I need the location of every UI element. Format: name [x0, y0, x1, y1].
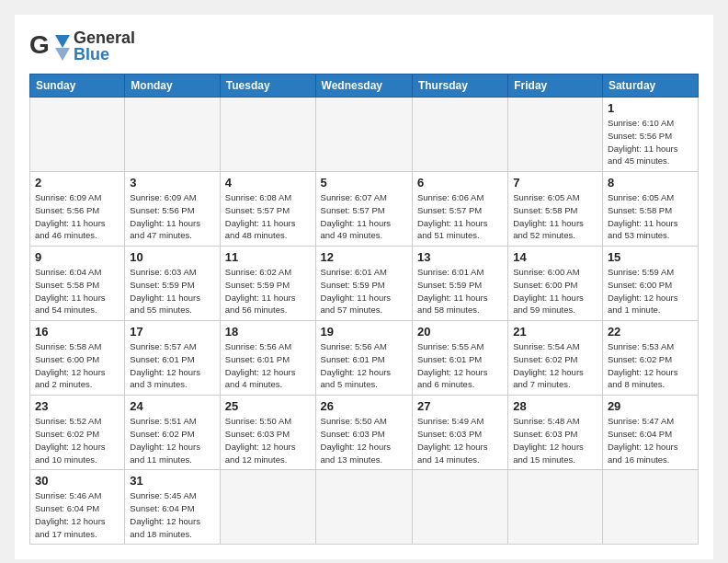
calendar-cell: 18Sunrise: 5:56 AM Sunset: 6:01 PM Dayli… [220, 321, 315, 396]
calendar-cell: 7Sunrise: 6:05 AM Sunset: 5:58 PM Daylig… [508, 172, 603, 247]
calendar-cell [508, 98, 603, 172]
day-info: Sunrise: 5:50 AM Sunset: 6:03 PM Dayligh… [321, 415, 407, 465]
day-number: 30 [35, 474, 119, 488]
day-number: 19 [321, 325, 407, 339]
calendar-cell: 25Sunrise: 5:50 AM Sunset: 6:03 PM Dayli… [220, 396, 315, 470]
day-info: Sunrise: 5:54 AM Sunset: 6:02 PM Dayligh… [513, 340, 597, 391]
day-number: 7 [513, 176, 597, 190]
day-number: 17 [130, 325, 215, 339]
day-number: 8 [608, 176, 693, 190]
calendar-header-row: SundayMondayTuesdayWednesdayThursdayFrid… [30, 75, 699, 98]
day-info: Sunrise: 6:07 AM Sunset: 5:57 PM Dayligh… [321, 191, 407, 242]
logo: G General Blue [29, 29, 135, 63]
calendar-cell: 27Sunrise: 5:49 AM Sunset: 6:03 PM Dayli… [412, 396, 507, 470]
day-number: 22 [608, 325, 693, 339]
calendar-day-header: Friday [508, 75, 603, 98]
day-number: 25 [225, 399, 311, 413]
day-number: 1 [608, 101, 693, 115]
calendar-cell: 5Sunrise: 6:07 AM Sunset: 5:57 PM Daylig… [315, 172, 412, 247]
day-number: 3 [130, 176, 215, 190]
calendar-cell: 8Sunrise: 6:05 AM Sunset: 5:58 PM Daylig… [602, 172, 698, 247]
svg-marker-2 [55, 48, 70, 61]
day-info: Sunrise: 5:46 AM Sunset: 6:04 PM Dayligh… [35, 489, 119, 540]
calendar-day-header: Monday [125, 75, 221, 98]
calendar-cell: 30Sunrise: 5:46 AM Sunset: 6:04 PM Dayli… [30, 470, 125, 545]
day-info: Sunrise: 5:59 AM Sunset: 6:00 PM Dayligh… [608, 266, 693, 316]
day-info: Sunrise: 6:06 AM Sunset: 5:57 PM Dayligh… [417, 191, 503, 242]
calendar-cell [315, 470, 412, 545]
calendar-cell: 23Sunrise: 5:52 AM Sunset: 6:02 PM Dayli… [30, 396, 125, 470]
day-info: Sunrise: 5:52 AM Sunset: 6:02 PM Dayligh… [35, 415, 119, 465]
day-number: 9 [35, 250, 119, 264]
svg-text:G: G [29, 30, 50, 59]
day-number: 26 [321, 399, 407, 413]
day-number: 24 [130, 399, 215, 413]
calendar-cell: 21Sunrise: 5:54 AM Sunset: 6:02 PM Dayli… [508, 321, 603, 396]
calendar-week-row: 23Sunrise: 5:52 AM Sunset: 6:02 PM Dayli… [30, 396, 699, 470]
day-info: Sunrise: 5:47 AM Sunset: 6:04 PM Dayligh… [608, 415, 693, 465]
day-info: Sunrise: 6:05 AM Sunset: 5:58 PM Dayligh… [513, 191, 597, 242]
day-info: Sunrise: 5:58 AM Sunset: 6:00 PM Dayligh… [35, 340, 119, 391]
calendar-cell: 9Sunrise: 6:04 AM Sunset: 5:58 PM Daylig… [30, 247, 125, 321]
calendar-week-row: 30Sunrise: 5:46 AM Sunset: 6:04 PM Dayli… [30, 470, 699, 545]
day-number: 16 [35, 325, 119, 339]
day-number: 15 [608, 250, 693, 264]
calendar-week-row: 2Sunrise: 6:09 AM Sunset: 5:56 PM Daylig… [30, 172, 699, 247]
day-info: Sunrise: 5:51 AM Sunset: 6:02 PM Dayligh… [130, 415, 215, 465]
calendar-cell: 28Sunrise: 5:48 AM Sunset: 6:03 PM Dayli… [508, 396, 603, 470]
svg-marker-1 [55, 35, 70, 48]
calendar-cell: 10Sunrise: 6:03 AM Sunset: 5:59 PM Dayli… [125, 247, 221, 321]
calendar-cell: 26Sunrise: 5:50 AM Sunset: 6:03 PM Dayli… [315, 396, 412, 470]
calendar-cell: 19Sunrise: 5:56 AM Sunset: 6:01 PM Dayli… [315, 321, 412, 396]
day-info: Sunrise: 5:55 AM Sunset: 6:01 PM Dayligh… [417, 340, 503, 391]
day-number: 10 [130, 250, 215, 264]
day-info: Sunrise: 6:01 AM Sunset: 5:59 PM Dayligh… [321, 266, 407, 316]
calendar-cell: 3Sunrise: 6:09 AM Sunset: 5:56 PM Daylig… [125, 172, 221, 247]
calendar-day-header: Saturday [602, 75, 698, 98]
calendar-cell [30, 98, 125, 172]
day-info: Sunrise: 6:09 AM Sunset: 5:56 PM Dayligh… [35, 191, 119, 242]
day-number: 28 [513, 399, 597, 413]
calendar-cell [602, 470, 698, 545]
calendar-cell [412, 98, 507, 172]
day-number: 6 [417, 176, 503, 190]
calendar-cell: 24Sunrise: 5:51 AM Sunset: 6:02 PM Dayli… [125, 396, 221, 470]
calendar-week-row: 1Sunrise: 6:10 AM Sunset: 5:56 PM Daylig… [30, 98, 699, 172]
day-info: Sunrise: 6:09 AM Sunset: 5:56 PM Dayligh… [130, 191, 215, 242]
day-number: 14 [513, 250, 597, 264]
day-info: Sunrise: 5:56 AM Sunset: 6:01 PM Dayligh… [225, 340, 311, 391]
calendar-day-header: Tuesday [220, 75, 315, 98]
day-info: Sunrise: 6:05 AM Sunset: 5:58 PM Dayligh… [608, 191, 693, 242]
day-info: Sunrise: 6:01 AM Sunset: 5:59 PM Dayligh… [417, 266, 503, 316]
calendar-cell: 20Sunrise: 5:55 AM Sunset: 6:01 PM Dayli… [412, 321, 507, 396]
calendar-day-header: Sunday [30, 75, 125, 98]
calendar-cell [125, 98, 221, 172]
calendar-cell [508, 470, 603, 545]
day-number: 11 [225, 250, 311, 264]
day-number: 5 [321, 176, 407, 190]
calendar-day-header: Thursday [412, 75, 507, 98]
day-info: Sunrise: 5:57 AM Sunset: 6:01 PM Dayligh… [130, 340, 215, 391]
day-number: 18 [225, 325, 311, 339]
day-info: Sunrise: 6:04 AM Sunset: 5:58 PM Dayligh… [35, 266, 119, 316]
header: G General Blue [29, 29, 699, 63]
day-number: 29 [608, 399, 693, 413]
calendar-cell [220, 98, 315, 172]
calendar-cell: 12Sunrise: 6:01 AM Sunset: 5:59 PM Dayli… [315, 247, 412, 321]
day-number: 4 [225, 176, 311, 190]
calendar-cell: 31Sunrise: 5:45 AM Sunset: 6:04 PM Dayli… [125, 470, 221, 545]
calendar-cell: 11Sunrise: 6:02 AM Sunset: 5:59 PM Dayli… [220, 247, 315, 321]
day-number: 21 [513, 325, 597, 339]
day-number: 12 [321, 250, 407, 264]
day-info: Sunrise: 5:50 AM Sunset: 6:03 PM Dayligh… [225, 415, 311, 465]
day-info: Sunrise: 6:03 AM Sunset: 5:59 PM Dayligh… [130, 266, 215, 316]
day-info: Sunrise: 5:49 AM Sunset: 6:03 PM Dayligh… [417, 415, 503, 465]
calendar-cell: 14Sunrise: 6:00 AM Sunset: 6:00 PM Dayli… [508, 247, 603, 321]
day-number: 13 [417, 250, 503, 264]
calendar-cell: 1Sunrise: 6:10 AM Sunset: 5:56 PM Daylig… [602, 98, 698, 172]
calendar-cell: 15Sunrise: 5:59 AM Sunset: 6:00 PM Dayli… [602, 247, 698, 321]
calendar-week-row: 16Sunrise: 5:58 AM Sunset: 6:00 PM Dayli… [30, 321, 699, 396]
calendar-cell: 22Sunrise: 5:53 AM Sunset: 6:02 PM Dayli… [602, 321, 698, 396]
calendar-day-header: Wednesday [315, 75, 412, 98]
page: G General Blue SundayMondayTuesdayWednes… [15, 15, 713, 559]
